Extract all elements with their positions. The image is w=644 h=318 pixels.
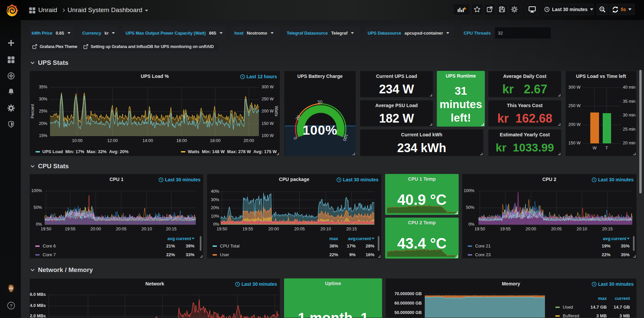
svg-text:?: ?: [10, 303, 12, 308]
